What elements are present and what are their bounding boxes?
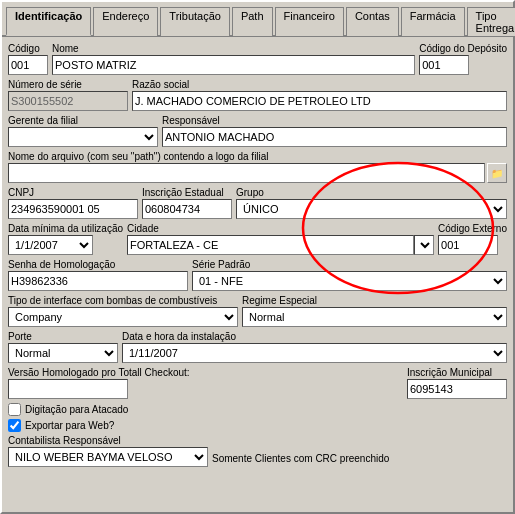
codigo-label: Código [8, 43, 48, 54]
tab-path[interactable]: Path [232, 7, 273, 36]
codigo-input[interactable] [8, 55, 48, 75]
data-minima-label: Data mínima da utilização [8, 223, 123, 234]
inscricao-municipal-input[interactable] [407, 379, 507, 399]
somente-clientes-label: Somente Clientes com CRC preenchido [212, 453, 389, 464]
field-numero-serie: Número de série [8, 79, 128, 111]
field-inscricao-estadual: Inscrição Estadual [142, 187, 232, 219]
porte-select[interactable]: Normal [8, 343, 118, 363]
tipo-interface-select[interactable]: Company [8, 307, 238, 327]
senha-homologacao-input[interactable] [8, 271, 188, 291]
row-cnpj-inscricao-grupo: CNPJ Inscrição Estadual Grupo ÚNICO [8, 187, 507, 219]
contabilista-label: Contabilista Responsável [8, 435, 208, 446]
numero-serie-label: Número de série [8, 79, 128, 90]
cidade-select[interactable] [414, 235, 434, 255]
digitacao-atacado-label: Digitação para Atacado [25, 404, 128, 415]
field-inscricao-municipal: Inscrição Municipal [407, 367, 507, 399]
field-codigo-externo: Código Externo [438, 223, 507, 255]
tab-financeiro[interactable]: Financeiro [275, 7, 344, 36]
versao-homologado-input[interactable] [8, 379, 128, 399]
cnpj-label: CNPJ [8, 187, 138, 198]
nome-input[interactable] [52, 55, 415, 75]
regime-especial-label: Regime Especial [242, 295, 507, 306]
inscricao-municipal-label: Inscrição Municipal [407, 367, 507, 378]
porte-label: Porte [8, 331, 118, 342]
field-contabilista: Contabilista Responsável NILO WEBER BAYM… [8, 435, 208, 467]
serie-padrao-select[interactable]: 01 - NFE [192, 271, 507, 291]
field-cnpj: CNPJ [8, 187, 138, 219]
row-porte-data-instalacao: Porte Normal Data e hora da instalação 1… [8, 331, 507, 363]
tab-identificacao[interactable]: Identificação [6, 7, 91, 36]
exportar-web-checkbox[interactable] [8, 419, 21, 432]
senha-homologacao-label: Senha de Homologação [8, 259, 188, 270]
field-data-instalacao: Data e hora da instalação 1/11/2007 [122, 331, 507, 363]
field-cidade: Cidade [127, 223, 434, 255]
field-gerente-filial: Gerente da filial [8, 115, 158, 147]
cnpj-input[interactable] [8, 199, 138, 219]
field-nome: Nome [52, 43, 415, 75]
row-data-cidade-codigo: Data mínima da utilização 1/1/2007 Cidad… [8, 223, 507, 255]
razao-social-label: Razão social [132, 79, 507, 90]
field-versao-homologado: Versão Homologado pro Totall Checkout: [8, 367, 403, 399]
tab-contas[interactable]: Contas [346, 7, 399, 36]
gerente-filial-select[interactable] [8, 127, 158, 147]
field-nome-arquivo: Nome do arquivo (com seu "path") contend… [8, 151, 507, 183]
folder-icon: 📁 [491, 168, 503, 179]
data-instalacao-label: Data e hora da instalação [122, 331, 507, 342]
tab-bar: Identificação Endereço Tributação Path F… [2, 2, 513, 37]
field-serie-padrao: Série Padrão 01 - NFE [192, 259, 507, 291]
cidade-label: Cidade [127, 223, 434, 234]
responsavel-label: Responsável [162, 115, 507, 126]
grupo-label: Grupo [236, 187, 507, 198]
row-gerente-responsavel: Gerente da filial Responsável [8, 115, 507, 147]
tab-farmacia[interactable]: Farmácia [401, 7, 465, 36]
browse-button[interactable]: 📁 [487, 163, 507, 183]
field-responsavel: Responsável [162, 115, 507, 147]
nome-arquivo-input[interactable] [8, 163, 485, 183]
tab-tipo-entrega[interactable]: Tipo Entrega [467, 7, 515, 36]
digitacao-atacado-checkbox[interactable] [8, 403, 21, 416]
numero-serie-input [8, 91, 128, 111]
row-nome-arquivo: Nome do arquivo (com seu "path") contend… [8, 151, 507, 183]
field-codigo: Código [8, 43, 48, 75]
cidade-input[interactable] [127, 235, 414, 255]
data-instalacao-select[interactable]: 1/11/2007 [122, 343, 507, 363]
tipo-interface-label: Tipo de interface com bombas de combustí… [8, 295, 238, 306]
codigo-externo-input[interactable] [438, 235, 498, 255]
nome-label: Nome [52, 43, 415, 54]
tab-tributacao[interactable]: Tributação [160, 7, 230, 36]
exportar-web-label: Exportar para Web? [25, 420, 114, 431]
nome-arquivo-label: Nome do arquivo (com seu "path") contend… [8, 151, 507, 162]
responsavel-input[interactable] [162, 127, 507, 147]
codigo-externo-label: Código Externo [438, 223, 507, 234]
serie-padrao-label: Série Padrão [192, 259, 507, 270]
gerente-filial-label: Gerente da filial [8, 115, 158, 126]
field-razao-social: Razão social [132, 79, 507, 111]
codigo-deposito-label: Código do Depósito [419, 43, 507, 54]
row-senha-serie: Senha de Homologação Série Padrão 01 - N… [8, 259, 507, 291]
row-tipo-interface-regime: Tipo de interface com bombas de combustí… [8, 295, 507, 327]
tab-endereco[interactable]: Endereço [93, 7, 158, 36]
form-content: Código Nome Código do Depósito Número de… [2, 37, 513, 477]
row-serie-razao: Número de série Razão social [8, 79, 507, 111]
field-data-minima: Data mínima da utilização 1/1/2007 [8, 223, 123, 255]
field-senha-homologacao: Senha de Homologação [8, 259, 188, 291]
inscricao-estadual-input[interactable] [142, 199, 232, 219]
row-versao-inscricao: Versão Homologado pro Totall Checkout: I… [8, 367, 507, 399]
regime-especial-select[interactable]: Normal [242, 307, 507, 327]
inscricao-estadual-label: Inscrição Estadual [142, 187, 232, 198]
contabilista-select[interactable]: NILO WEBER BAYMA VELOSO [8, 447, 208, 467]
codigo-deposito-input[interactable] [419, 55, 469, 75]
row-exportar-web: Exportar para Web? [8, 419, 507, 432]
row-digitacao-atacado: Digitação para Atacado [8, 403, 507, 416]
grupo-select[interactable]: ÚNICO [236, 199, 507, 219]
main-window: Identificação Endereço Tributação Path F… [0, 0, 515, 514]
row-contabilista: Contabilista Responsável NILO WEBER BAYM… [8, 435, 507, 467]
razao-social-input[interactable] [132, 91, 507, 111]
data-minima-select[interactable]: 1/1/2007 [8, 235, 93, 255]
versao-homologado-label: Versão Homologado pro Totall Checkout: [8, 367, 403, 378]
row-codigo-nome: Código Nome Código do Depósito [8, 43, 507, 75]
field-regime-especial: Regime Especial Normal [242, 295, 507, 327]
field-tipo-interface: Tipo de interface com bombas de combustí… [8, 295, 238, 327]
field-codigo-deposito: Código do Depósito [419, 43, 507, 75]
field-porte: Porte Normal [8, 331, 118, 363]
